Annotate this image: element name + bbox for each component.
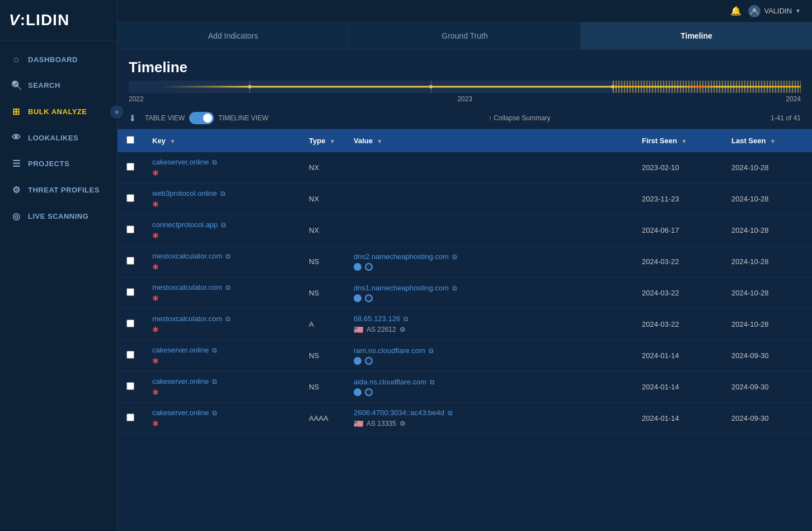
indicator-action-icon[interactable]: ✱ — [152, 325, 159, 334]
user-menu[interactable]: VALIDIN ▼ — [748, 5, 801, 17]
indicator-action-icon[interactable]: ✱ — [152, 294, 159, 303]
type-cell: NS — [300, 246, 345, 278]
timeline-dot — [698, 85, 702, 88]
topbar: 🔔 VALIDIN ▼ — [118, 0, 812, 22]
collapse-summary-button[interactable]: ↑ Collapse Summary — [489, 114, 551, 122]
row-checkbox-cell — [118, 184, 143, 215]
copy-icon[interactable]: ⧉ — [220, 190, 226, 198]
value-link[interactable]: 68.65.123.126 — [354, 314, 400, 323]
sidebar-item-projects[interactable]: ☰ Projects — [0, 151, 117, 177]
circle-blue-icon[interactable] — [354, 294, 362, 302]
sidebar-item-bulk-analyze[interactable]: ⊞ Bulk Analyze « — [0, 98, 117, 125]
type-badge: NS — [309, 351, 319, 360]
key-link[interactable]: cakeserver.online — [152, 158, 209, 166]
copy-icon[interactable]: ⧉ — [448, 409, 453, 417]
copy-icon[interactable]: ⧉ — [221, 221, 226, 229]
select-all-checkbox[interactable] — [126, 136, 134, 144]
row-checkbox[interactable] — [126, 382, 134, 390]
extra-icon: ⚙ — [400, 326, 406, 333]
copy-icon[interactable]: ⧉ — [430, 378, 435, 386]
indicator-action-icon[interactable]: ✱ — [152, 356, 159, 365]
row-checkbox[interactable] — [126, 257, 134, 265]
sidebar-collapse-button[interactable]: « — [109, 104, 125, 120]
value-link[interactable]: dns2.namecheaphosting.com — [354, 252, 449, 261]
copy-icon[interactable]: ⧉ — [212, 158, 217, 166]
first-seen-cell: 2023-11-23 — [633, 184, 722, 215]
first-seen-cell: 2024-03-22 — [633, 309, 722, 340]
key-link[interactable]: cakeserver.online — [152, 408, 209, 417]
copy-icon[interactable]: ⧉ — [452, 284, 457, 292]
key-link[interactable]: connectprotocol.app — [152, 220, 218, 229]
sidebar-item-live-scanning[interactable]: ◎ Live Scanning — [0, 203, 117, 229]
type-cell: AAAA — [300, 403, 345, 434]
copy-icon[interactable]: ⧉ — [452, 253, 457, 261]
column-header-type[interactable]: Type ▼ — [300, 129, 345, 152]
indicator-action-icon[interactable]: ✱ — [152, 419, 159, 428]
sidebar-item-threat-profiles[interactable]: ⚙ Threat Profiles — [0, 177, 117, 203]
sidebar-item-dashboard[interactable]: ⌂ Dashboard — [0, 46, 117, 72]
first-seen-cell: 2024-03-22 — [633, 246, 722, 278]
indicator-action-icon[interactable]: ✱ — [152, 388, 159, 397]
table-view-label: TABLE VIEW — [145, 114, 185, 122]
copy-icon[interactable]: ⧉ — [212, 409, 217, 417]
row-checkbox[interactable] — [126, 225, 134, 233]
key-link[interactable]: mestoxcalculator.com — [152, 283, 222, 292]
key-link[interactable]: web3protocol.online — [152, 189, 217, 198]
indicator-action-icon[interactable]: ✱ — [152, 200, 159, 209]
copy-icon[interactable]: ⧉ — [226, 252, 231, 260]
tab-add-indicators[interactable]: Add Indicators — [118, 22, 349, 49]
row-checkbox[interactable] — [126, 319, 134, 327]
column-header-key[interactable]: Key ▼ — [143, 129, 300, 152]
value-link[interactable]: aida.ns.cloudflare.com — [354, 378, 426, 386]
row-checkbox[interactable] — [126, 351, 134, 359]
value-link[interactable]: dns1.namecheaphosting.com — [354, 284, 449, 292]
timeline-label-2024: 2024 — [786, 95, 801, 103]
circle-blue-icon[interactable] — [354, 357, 362, 365]
circle-blue-icon[interactable] — [354, 388, 362, 396]
copy-icon[interactable]: ⧉ — [429, 347, 434, 355]
user-dropdown-icon[interactable]: ▼ — [795, 8, 801, 14]
view-toggle: TABLE VIEW TIMELINE VIEW — [145, 112, 268, 124]
row-checkbox[interactable] — [126, 413, 134, 421]
indicator-action-icon[interactable]: ✱ — [152, 231, 159, 240]
circle-icon: ◎ — [11, 211, 21, 222]
value-link[interactable]: 2606:4700:3034::ac43:be4d — [354, 408, 444, 417]
row-checkbox[interactable] — [126, 288, 134, 296]
column-header-first-seen[interactable]: First Seen ▼ — [633, 129, 722, 152]
tab-ground-truth[interactable]: Ground Truth — [349, 22, 581, 49]
circle-dark-icon[interactable] — [365, 357, 373, 365]
key-link[interactable]: cakeserver.online — [152, 377, 209, 386]
copy-icon[interactable]: ⧉ — [212, 378, 217, 386]
row-checkbox-cell — [118, 278, 143, 309]
circle-dark-icon[interactable] — [365, 263, 373, 271]
row-checkbox[interactable] — [126, 194, 134, 202]
indicator-action-icon[interactable]: ✱ — [152, 262, 159, 271]
column-header-last-seen[interactable]: Last Seen ▼ — [722, 129, 812, 152]
indicator-action-icon[interactable]: ✱ — [152, 168, 159, 177]
sidebar-item-search[interactable]: 🔍 Search — [0, 72, 117, 98]
sidebar-item-lookalikes[interactable]: 👁 Lookalikes — [0, 125, 117, 151]
type-badge: NX — [309, 195, 319, 203]
copy-icon[interactable]: ⧉ — [403, 315, 409, 323]
circle-dark-icon[interactable] — [365, 294, 373, 302]
copy-icon[interactable]: ⧉ — [212, 346, 217, 354]
row-checkbox[interactable] — [126, 163, 134, 171]
sidebar-item-label: Threat Profiles — [28, 186, 100, 194]
key-link[interactable]: mestoxcalculator.com — [152, 252, 222, 260]
select-all-header[interactable] — [118, 129, 143, 152]
notification-bell-icon[interactable]: 🔔 — [730, 6, 741, 16]
copy-icon[interactable]: ⧉ — [226, 315, 231, 323]
view-toggle-switch[interactable] — [189, 112, 214, 124]
key-link[interactable]: mestoxcalculator.com — [152, 314, 222, 323]
toggle-knob — [203, 114, 212, 123]
copy-icon[interactable]: ⧉ — [226, 284, 231, 292]
value-cell: aida.ns.cloudflare.com⧉ — [345, 372, 633, 403]
column-header-value[interactable]: Value ▼ — [345, 129, 633, 152]
last-seen-date: 2024-10-28 — [731, 257, 769, 266]
tab-timeline[interactable]: Timeline — [581, 22, 812, 49]
download-icon[interactable]: ⬇ — [129, 113, 136, 124]
value-link[interactable]: ram.ns.cloudflare.com — [354, 346, 425, 355]
circle-dark-icon[interactable] — [365, 388, 373, 396]
circle-blue-icon[interactable] — [354, 263, 362, 271]
key-link[interactable]: cakeserver.online — [152, 346, 209, 354]
